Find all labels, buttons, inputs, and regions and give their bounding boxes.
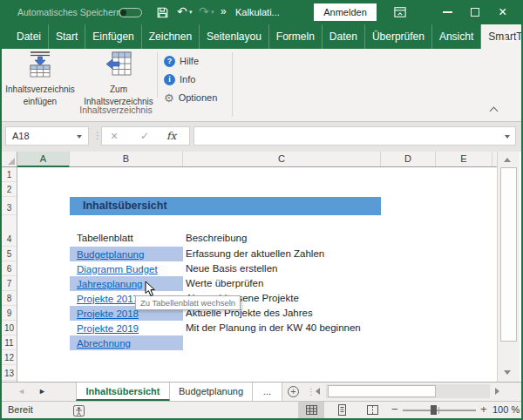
new-sheet-icon[interactable]: + xyxy=(288,386,299,397)
scroll-left-icon[interactable] xyxy=(316,388,320,395)
description-cell[interactable]: Erfassung der aktuellen Zahlen xyxy=(186,247,324,261)
minimize-button[interactable] xyxy=(443,11,452,13)
row-header-10[interactable]: 10 xyxy=(2,321,17,335)
row-header-5[interactable]: 5 xyxy=(2,247,17,261)
sheet-nav-right-icon[interactable]: ► xyxy=(38,383,46,401)
description-cell[interactable]: Werte überprüfen xyxy=(186,276,263,291)
sign-in-button[interactable]: Anmelden xyxy=(314,3,377,21)
ribbon-tab-zeichnen[interactable]: Zeichnen xyxy=(142,24,200,49)
row-header-12[interactable]: 12 xyxy=(2,350,17,365)
column-header-e[interactable]: E xyxy=(436,152,492,166)
collapse-ribbon-icon[interactable] xyxy=(490,107,499,116)
help-icon: ? xyxy=(164,56,175,67)
ribbon-tab-ueberpruefen[interactable]: Überprüfen xyxy=(365,24,432,49)
zoom-slider-handle[interactable] xyxy=(431,405,437,415)
undo-icon[interactable]: ↶ xyxy=(177,0,187,23)
more-commands-icon[interactable]: » xyxy=(221,0,227,24)
goto-toc-button[interactable]: Zum Inhaltsverzeichnis xyxy=(80,51,157,103)
sheet-link-cell[interactable]: Abrechnung xyxy=(70,335,183,350)
autosave-toggle[interactable] xyxy=(119,8,142,17)
ribbon-tab-seitenlayout[interactable]: Seitenlayou xyxy=(200,24,269,49)
redo-icon[interactable]: ↷ xyxy=(199,0,209,23)
insert-toc-button[interactable]: Inhaltsverzeichnis einfügen xyxy=(2,51,78,103)
horizontal-scrollbar[interactable] xyxy=(326,384,490,398)
select-all-corner[interactable] xyxy=(2,152,17,166)
goto-toc-icon xyxy=(104,51,133,82)
formula-expand-icon[interactable] xyxy=(505,135,510,139)
sheet-link-cell[interactable]: Projekte 2019 xyxy=(70,321,183,335)
ribbon-tab-daten[interactable]: Daten xyxy=(323,24,365,49)
undo-dropdown-icon[interactable]: ▾ xyxy=(189,0,193,24)
ribbon-tab-einfuegen[interactable]: Einfügen xyxy=(85,24,141,49)
enter-icon[interactable]: ✓ xyxy=(140,127,149,145)
ribbon-tab-ansicht[interactable]: Ansicht xyxy=(432,24,481,49)
sheet-link[interactable]: Projekte 2018 xyxy=(77,308,139,319)
page-break-view-button[interactable] xyxy=(359,402,385,418)
formula-input[interactable] xyxy=(194,126,516,146)
zoom-slider-track[interactable] xyxy=(403,410,476,411)
row-header-9[interactable]: 9 xyxy=(2,306,17,321)
options-button[interactable]: ⚙ Optionen xyxy=(164,91,217,105)
normal-view-button[interactable] xyxy=(298,402,324,418)
row-header-2[interactable]: 2 xyxy=(2,182,17,197)
maximize-button[interactable] xyxy=(471,8,479,17)
sheet-link-cell[interactable]: Diagramm Budget xyxy=(70,261,183,276)
sheet-nav-left-icon[interactable]: ◄ xyxy=(17,383,25,401)
name-box[interactable]: A18 xyxy=(5,126,89,146)
ribbon-tab-start[interactable]: Start xyxy=(49,24,85,49)
description-column-header-cell[interactable]: Beschreibung xyxy=(186,215,247,247)
ribbon-tab-bar: Datei Start Einfügen Zeichnen Seitenlayo… xyxy=(0,24,523,49)
ribbon-separator xyxy=(232,52,233,117)
page-layout-view-button[interactable] xyxy=(329,402,355,418)
horizontal-scrollbar-thumb[interactable] xyxy=(328,385,436,397)
close-button[interactable]: × xyxy=(499,0,506,24)
cancel-icon[interactable]: × xyxy=(111,127,118,145)
column-header-c[interactable]: C xyxy=(183,152,381,166)
row-header-1[interactable]: 1 xyxy=(2,167,17,182)
sheet-link[interactable]: Projekte 2019 xyxy=(77,323,139,334)
scroll-down-icon[interactable] xyxy=(504,370,511,375)
share-icon[interactable] xyxy=(503,30,516,46)
zoom-in-icon[interactable]: + xyxy=(480,402,487,417)
column-header-a[interactable]: A xyxy=(17,152,70,167)
redo-dropdown-icon[interactable]: ▾ xyxy=(211,0,214,24)
column-header-d[interactable]: D xyxy=(381,152,436,166)
description-cell[interactable]: Neue Basis erstellen xyxy=(186,261,277,276)
sheet-link[interactable]: Projekte 2017 xyxy=(77,294,139,304)
vertical-scrollbar[interactable] xyxy=(497,152,520,382)
sheet-link[interactable]: Budgetplanung xyxy=(77,249,144,260)
info-button[interactable]: i Info xyxy=(164,72,195,86)
sheet-link[interactable]: Jahresplanung xyxy=(77,279,142,289)
sheet-tab-inhaltsuebersicht[interactable]: Inhaltsübersicht xyxy=(76,383,170,401)
toc-banner-cell[interactable]: Inhaltsübersicht xyxy=(70,197,381,215)
help-button[interactable]: ? Hilfe xyxy=(164,54,199,68)
sheet-tab-budgetplanung[interactable]: Budgetplanung xyxy=(170,383,253,401)
scroll-right-icon[interactable] xyxy=(495,388,499,395)
save-icon[interactable] xyxy=(157,6,168,22)
row-header-11[interactable]: 11 xyxy=(2,335,17,350)
row-header-6[interactable]: 6 xyxy=(2,261,17,276)
tabstrip-grip[interactable]: ⋮ xyxy=(307,383,316,401)
ribbon-display-options-icon[interactable] xyxy=(394,6,406,22)
sheet-tab-overflow[interactable]: ... xyxy=(253,383,282,401)
zoom-out-icon[interactable]: − xyxy=(391,402,398,417)
sheet-link-cell[interactable]: Budgetplanung xyxy=(70,247,183,261)
scroll-up-icon[interactable] xyxy=(504,158,511,162)
sheet-column-header-cell[interactable]: Tabellenblatt xyxy=(77,215,133,247)
ribbon-tab-datei[interactable]: Datei xyxy=(9,24,49,49)
column-header-b[interactable]: B xyxy=(70,152,183,166)
row-header-13[interactable]: 13 xyxy=(2,365,17,381)
sheet-link[interactable]: Diagramm Budget xyxy=(77,264,158,274)
sheet-link-cell[interactable]: Jahresplanung xyxy=(70,276,183,291)
sheet-link[interactable]: Abrechnung xyxy=(77,338,131,349)
ribbon-tab-formeln[interactable]: Formeln xyxy=(269,24,323,49)
row-header-8[interactable]: 8 xyxy=(2,291,17,306)
row-header-3[interactable]: 3 xyxy=(2,197,17,215)
insert-function-icon[interactable]: fx xyxy=(166,127,176,145)
name-box-dropdown-icon[interactable] xyxy=(77,135,82,139)
row-header-7[interactable]: 7 xyxy=(2,276,17,291)
description-cell[interactable]: Mit der Planung in der KW 40 beginnen xyxy=(186,321,361,335)
row-header-4[interactable]: 4 xyxy=(2,215,17,247)
zoom-level[interactable]: 100 % xyxy=(492,402,520,418)
vertical-scrollbar-thumb[interactable] xyxy=(500,167,517,342)
